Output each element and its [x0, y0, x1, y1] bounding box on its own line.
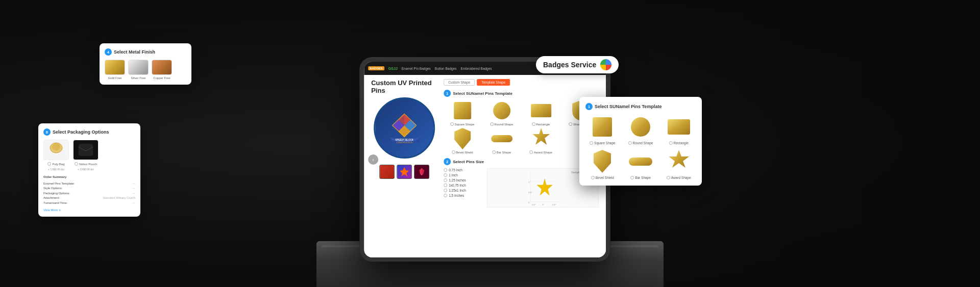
- sunamel-rectangle[interactable]: Rectangle: [662, 114, 696, 145]
- size-125x1[interactable]: 1.25x1 Inch: [444, 189, 482, 192]
- sunamel-bar-label: Bar Shape: [630, 176, 651, 179]
- pkg-poly-bag[interactable]: Poly Bag + CA$0.00 /pc: [43, 140, 69, 171]
- custom-shape-tab[interactable]: Custom Shape: [444, 79, 475, 86]
- card-packaging-num: 6: [43, 128, 51, 136]
- thumb-3[interactable]: [414, 165, 429, 179]
- radio-sunamel-round[interactable]: [628, 141, 632, 145]
- radio-round[interactable]: [490, 122, 494, 126]
- section2-header: 2 Select Pins Size: [444, 158, 599, 165]
- card-sunamel-title: 1 Select SUNamel Pins Template: [585, 103, 696, 110]
- radio-sunamel-square[interactable]: [590, 141, 593, 145]
- svg-text:1.5": 1.5": [552, 203, 556, 206]
- sunamel-award-icon: [666, 149, 692, 174]
- size-15[interactable]: 1.5 Inches: [444, 194, 482, 197]
- nav-link-embroidered[interactable]: Embroidered Badges: [461, 67, 492, 70]
- nav-link-button[interactable]: Button Badges: [435, 67, 457, 70]
- summary-item-turnaround: Turnaround Time:—: [43, 201, 135, 206]
- svg-text:1": 1": [528, 181, 530, 184]
- shape-award-icon: [529, 128, 553, 149]
- sunamel-rect-label: Rectangle: [669, 141, 689, 145]
- size-1[interactable]: 1 Inch: [444, 173, 482, 177]
- pkg-valour-price: + CA$0.00 /pc: [78, 168, 94, 171]
- sunamel-bar[interactable]: Bar Shape: [624, 149, 658, 179]
- svg-point-28: [631, 117, 650, 137]
- brand-logo: SPEEDY BLOCK CONSTRUCTION: [374, 97, 435, 159]
- size-1x075[interactable]: 1x0.75 Inch: [444, 184, 482, 187]
- summary-item-style: Style Options:—: [43, 186, 135, 191]
- template-shape-tab[interactable]: Template Shape: [477, 79, 510, 86]
- shape-rectangle[interactable]: Rectangle: [522, 100, 559, 126]
- swatch-gold-color: [105, 60, 125, 75]
- card-sunamel: 1 Select SUNamel Pins Template Square Sh…: [579, 97, 702, 186]
- swatch-silver[interactable]: Silver Free: [128, 60, 149, 80]
- radio-15[interactable]: [444, 194, 447, 197]
- pkg-poly-bag-image: [43, 140, 69, 160]
- radio-1[interactable]: [444, 173, 447, 177]
- radio-125x1[interactable]: [444, 189, 447, 192]
- summary-item-attachment: Attachment:Standard Military Clutch: [43, 196, 135, 201]
- section1-num: 1: [444, 90, 451, 97]
- radio-square[interactable]: [450, 122, 454, 126]
- shape-round-label: Round Shape: [490, 122, 513, 126]
- radio-bar[interactable]: [492, 150, 496, 154]
- card-metal-num: 4: [105, 48, 112, 56]
- badges-service-badge: Badges Service: [536, 56, 619, 73]
- shape-award[interactable]: Award Shape: [522, 128, 559, 154]
- radio-valour[interactable]: [75, 162, 78, 166]
- swatch-silver-color: [128, 60, 149, 75]
- section2-title: Select Pins Size: [453, 160, 484, 164]
- radio-125[interactable]: [444, 178, 447, 182]
- tablet-screen: BADGES GSJJ Enamel Pin Badges Button Bad…: [364, 62, 606, 257]
- radio-sunamel-award[interactable]: [667, 176, 670, 179]
- radio-poly-bag[interactable]: [47, 162, 51, 166]
- sunamel-square-label: Square Shape: [590, 141, 616, 145]
- radio-rectangle[interactable]: [532, 122, 535, 126]
- svg-text:0.5": 0.5": [532, 203, 536, 206]
- view-more-link[interactable]: View More ∨: [43, 208, 135, 212]
- thumb-2[interactable]: [397, 165, 412, 179]
- svg-text:0.5": 0.5": [528, 191, 532, 194]
- pkg-poly-bag-label: Poly Bag: [47, 162, 64, 166]
- size-125[interactable]: 1.25 Inches: [444, 178, 482, 182]
- sunamel-square[interactable]: Square Shape: [585, 114, 620, 145]
- sunamel-award[interactable]: Award Shape: [662, 149, 696, 179]
- svg-point-25: [52, 143, 60, 150]
- svg-rect-9: [454, 102, 471, 119]
- radio-075[interactable]: [444, 168, 447, 172]
- shape-square-label: Square Shape: [450, 122, 474, 126]
- radio-award[interactable]: [529, 150, 533, 154]
- radio-1x075[interactable]: [444, 184, 447, 187]
- sunamel-bar-icon: [628, 149, 653, 174]
- shape-square[interactable]: Square Shape: [444, 100, 481, 126]
- nav-link-enamel[interactable]: Enamel Pin Badges: [402, 67, 431, 70]
- radio-sunamel-rect[interactable]: [669, 141, 673, 145]
- shape-bevel-shield[interactable]: Bevel Shield: [444, 128, 481, 154]
- shape-award-label: Award Shape: [529, 150, 552, 154]
- card-packaging-title: 6 Select Packaging Options: [43, 128, 135, 136]
- swatch-copper[interactable]: Copper Free: [152, 60, 172, 80]
- radio-bevel[interactable]: [452, 150, 455, 154]
- shape-tabs: Custom Shape Template Shape: [444, 79, 599, 86]
- section1-title: Select SUNamel Pins Template: [453, 91, 512, 96]
- size-list: 0.75 Inch 1 Inch 1.25 Inches: [444, 168, 482, 207]
- size-075[interactable]: 0.75 Inch: [444, 168, 482, 172]
- pkg-valour-pouch[interactable]: Valour Pouch + CA$0.00 /pc: [73, 140, 99, 171]
- svg-text:CONSTRUCTION: CONSTRUCTION: [396, 141, 412, 144]
- order-summary: Order Summary Enamel Pins Template:— Sty…: [43, 175, 135, 206]
- thumb-1[interactable]: [379, 165, 395, 179]
- swatch-gold-label: Gold Free: [108, 76, 122, 80]
- card-sunamel-num: 1: [585, 103, 593, 110]
- radio-shield[interactable]: [569, 122, 573, 126]
- nav-arrow-left[interactable]: ‹: [368, 154, 378, 165]
- shape-bevel-label: Bevel Shield: [452, 150, 473, 154]
- sunamel-round[interactable]: Round Shape: [624, 114, 658, 145]
- shape-round[interactable]: Round Shape: [483, 100, 520, 126]
- shape-bar[interactable]: Bar Shape: [483, 128, 520, 154]
- sunamel-bevel[interactable]: Bevel Shield: [585, 149, 620, 179]
- radio-sunamel-bar[interactable]: [630, 176, 634, 179]
- swatch-gold[interactable]: Gold Free: [105, 60, 125, 80]
- radio-sunamel-bevel[interactable]: [591, 176, 595, 179]
- pkg-valour-label: Valour Pouch: [75, 162, 97, 166]
- sunamel-rectangle-icon: [666, 114, 692, 140]
- shapes-grid: Square Shape Round Shape: [444, 100, 599, 154]
